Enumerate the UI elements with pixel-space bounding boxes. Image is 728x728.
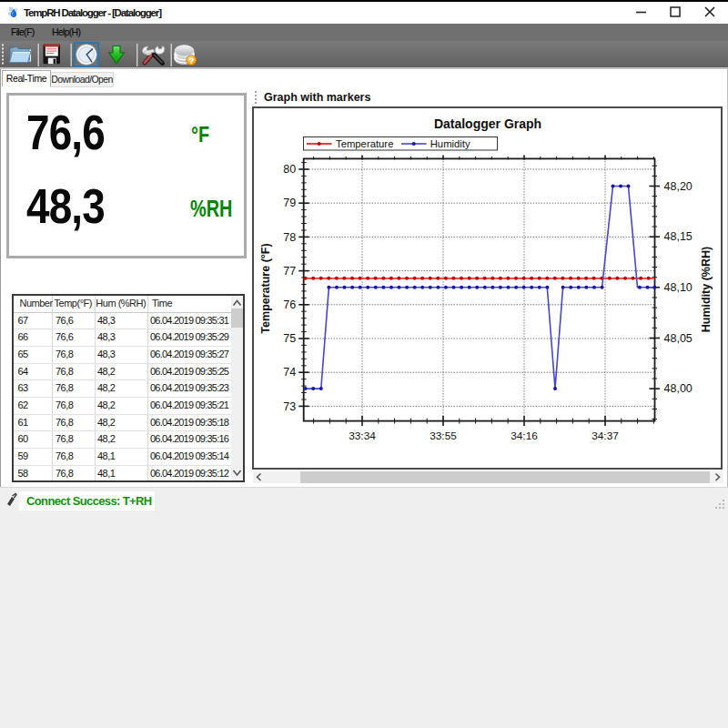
svg-text:76: 76 xyxy=(283,298,296,311)
svg-text:33:34: 33:34 xyxy=(349,430,376,442)
svg-text:74: 74 xyxy=(283,366,296,379)
svg-text:34:16: 34:16 xyxy=(511,430,538,442)
svg-text:48,20: 48,20 xyxy=(664,180,693,193)
svg-text:?: ? xyxy=(188,56,194,66)
svg-text:48,05: 48,05 xyxy=(664,332,693,345)
svg-text:Humidity (%RH): Humidity (%RH) xyxy=(700,247,713,332)
svg-text:34:37: 34:37 xyxy=(592,430,619,442)
svg-text:Temperature: Temperature xyxy=(336,138,393,149)
svg-text:75: 75 xyxy=(283,332,296,345)
svg-text:48,00: 48,00 xyxy=(664,382,693,395)
svg-text:48,10: 48,10 xyxy=(664,281,693,294)
svg-text:77: 77 xyxy=(283,265,296,278)
svg-text:Temperature (°F): Temperature (°F) xyxy=(259,243,272,333)
svg-text:80: 80 xyxy=(283,163,296,176)
svg-text:33:55: 33:55 xyxy=(430,430,457,442)
svg-text:48,15: 48,15 xyxy=(664,230,693,243)
svg-text:78: 78 xyxy=(283,231,296,244)
svg-text:Datalogger Graph: Datalogger Graph xyxy=(434,116,541,131)
svg-text:Humidity: Humidity xyxy=(430,138,470,149)
svg-text:79: 79 xyxy=(283,197,296,209)
svg-text:73: 73 xyxy=(283,400,296,413)
